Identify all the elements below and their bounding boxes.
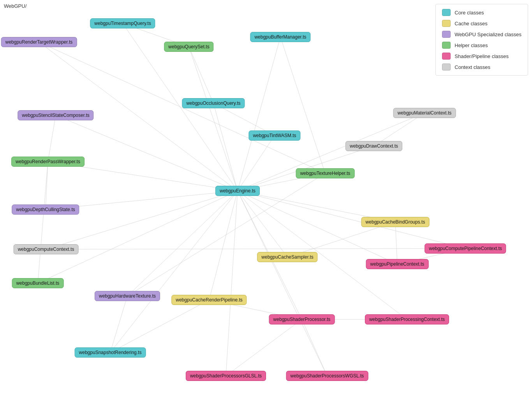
svg-line-26 — [189, 47, 213, 103]
legend-item: Helper classes — [442, 42, 521, 49]
node-webgpuBufferManager[interactable]: webgpuBufferManager.ts — [250, 32, 310, 42]
node-webgpuDepthCullingState[interactable]: webgpuDepthCullingState.ts — [12, 204, 79, 215]
node-webgpuShaderProcessorsWGSL[interactable]: webgpuShaderProcessorsWGSL.ts — [286, 371, 368, 381]
node-webgpuTextureHelper[interactable]: webgpuTextureHelper.ts — [296, 168, 355, 178]
legend: Core classes Cache classes WebGPU Specia… — [435, 4, 528, 76]
node-webgpuRenderTargetWrapper[interactable]: webgpuRenderTargetWrapper.ts — [1, 37, 77, 47]
svg-line-14 — [238, 191, 287, 257]
node-webgpuQuerySet[interactable]: webgpuQuerySet.ts — [164, 42, 213, 52]
legend-item-label: Core classes — [454, 10, 484, 16]
node-webgpuPipelineContext[interactable]: webgpuPipelineContext.ts — [366, 259, 429, 269]
node-webgpuComputeContext[interactable]: webgpuComputeContext.ts — [14, 244, 79, 254]
svg-line-28 — [226, 319, 302, 376]
svg-line-39 — [46, 248, 465, 249]
svg-line-38 — [48, 115, 56, 162]
svg-line-6 — [56, 115, 238, 191]
svg-line-2 — [213, 103, 238, 191]
legend-color-swatch — [442, 42, 451, 49]
legend-item: Shader/Pipeline classes — [442, 53, 521, 60]
node-webgpuCacheRenderPipeline[interactable]: webgpuCacheRenderPipeline.ts — [171, 295, 247, 305]
node-webgpuSnapshotRendering[interactable]: webgpuSnapshotRendering.ts — [75, 347, 146, 358]
svg-line-3 — [238, 136, 275, 191]
node-webgpuCacheSampler[interactable]: webgpuCacheSampler.ts — [257, 252, 317, 262]
svg-line-8 — [127, 191, 238, 296]
breadcrumb: WebGPU/ — [4, 3, 26, 9]
legend-color-swatch — [442, 63, 451, 70]
svg-line-43 — [46, 162, 48, 210]
svg-line-29 — [302, 319, 327, 376]
node-webgpuEngine[interactable]: webgpuEngine.ts — [215, 186, 260, 196]
node-webgpuStencilStateComposer[interactable]: webgpuStencilStateComposer.ts — [18, 110, 93, 120]
legend-item: Cache classes — [442, 20, 521, 27]
svg-line-9 — [189, 47, 238, 191]
svg-line-42 — [39, 42, 325, 173]
legend-item-label: Shader/Pipeline classes — [454, 53, 509, 59]
svg-line-15 — [209, 191, 238, 300]
graph-container: WebGPU/ Core classes Cache classes WebGP… — [0, 0, 532, 393]
svg-line-23 — [226, 191, 238, 376]
svg-line-24 — [238, 191, 327, 376]
node-webgpuCacheBindGroups[interactable]: webgpuCacheBindGroups.ts — [361, 217, 430, 227]
svg-line-1 — [238, 37, 280, 191]
svg-line-4 — [110, 191, 238, 352]
breadcrumb-text: WebGPU/ — [4, 3, 26, 9]
node-webgpuHardwareTexture[interactable]: webgpuHardwareTexture.ts — [95, 291, 160, 301]
legend-color-swatch — [442, 53, 451, 60]
node-webgpuTimestampQuery[interactable]: webgpuTimestampQuery.ts — [90, 18, 155, 28]
svg-line-44 — [38, 162, 48, 283]
node-webgpuBundleList[interactable]: webgpuBundleList.ts — [12, 278, 64, 288]
svg-line-40 — [110, 296, 127, 352]
svg-line-35 — [395, 222, 397, 264]
node-webgpuComputePipelineContext[interactable]: webgpuComputePipelineContext.ts — [425, 243, 506, 254]
legend-color-swatch — [442, 31, 451, 38]
node-webgpuTintWASM[interactable]: webgpuTintWASM.ts — [248, 130, 300, 141]
svg-line-16 — [46, 191, 238, 249]
legend-item: Context classes — [442, 63, 521, 70]
legend-item-label: Helper classes — [454, 42, 488, 48]
legend-item: Core classes — [442, 9, 521, 16]
node-webgpuMaterialContext[interactable]: webgpuMaterialContext.ts — [393, 108, 456, 118]
node-webgpuShaderProcessor[interactable]: webgpuShaderProcessor.ts — [269, 314, 335, 324]
node-webgpuDrawContext[interactable]: webgpuDrawContext.ts — [345, 141, 402, 151]
legend-color-swatch — [442, 20, 451, 27]
legend-color-swatch — [442, 9, 451, 16]
node-webgpuShaderProcessorsGLSL[interactable]: webgpuShaderProcessorsGLSL.ts — [186, 371, 266, 381]
svg-line-21 — [238, 191, 465, 248]
legend-item: WebGPU Specialized classes — [442, 31, 521, 38]
svg-line-18 — [238, 113, 425, 191]
legend-item-label: Cache classes — [454, 21, 488, 26]
node-webgpuShaderProcessingContext[interactable]: webgpuShaderProcessingContext.ts — [365, 314, 449, 324]
svg-line-37 — [280, 37, 325, 173]
legend-item-label: WebGPU Specialized classes — [454, 32, 521, 37]
node-webgpuRenderPassWrapper[interactable]: webgpuRenderPassWrapper.ts — [11, 157, 85, 167]
legend-item-label: Context classes — [454, 64, 490, 70]
svg-line-41 — [110, 300, 209, 352]
node-webgpuOcclusionQuery[interactable]: webgpuOcclusionQuery.ts — [182, 98, 245, 108]
